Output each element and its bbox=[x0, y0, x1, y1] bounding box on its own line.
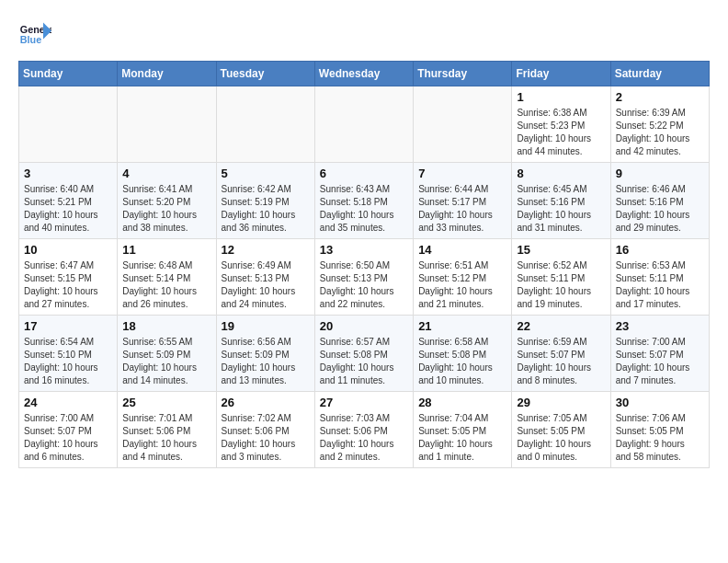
day-number: 19 bbox=[222, 319, 310, 333]
day-cell bbox=[216, 86, 314, 163]
day-number: 22 bbox=[517, 319, 605, 333]
day-cell: 30Sunrise: 7:06 AM Sunset: 5:05 PM Dayli… bbox=[610, 392, 709, 468]
day-number: 8 bbox=[517, 167, 605, 180]
column-header-monday: Monday bbox=[118, 62, 216, 86]
day-info: Sunrise: 7:00 AM Sunset: 5:07 PM Dayligh… bbox=[616, 336, 704, 387]
day-info: Sunrise: 6:52 AM Sunset: 5:11 PM Dayligh… bbox=[517, 259, 605, 311]
day-cell: 16Sunrise: 6:53 AM Sunset: 5:11 PM Dayli… bbox=[610, 239, 709, 316]
day-info: Sunrise: 6:53 AM Sunset: 5:11 PM Dayligh… bbox=[616, 259, 704, 311]
day-cell bbox=[314, 86, 413, 163]
day-cell: 20Sunrise: 6:57 AM Sunset: 5:08 PM Dayli… bbox=[314, 316, 413, 392]
day-cell: 18Sunrise: 6:55 AM Sunset: 5:09 PM Dayli… bbox=[118, 316, 216, 392]
column-header-saturday: Saturday bbox=[610, 62, 709, 86]
day-number: 18 bbox=[122, 319, 210, 333]
day-info: Sunrise: 6:56 AM Sunset: 5:09 PM Dayligh… bbox=[222, 336, 310, 387]
day-number: 5 bbox=[222, 167, 310, 180]
day-cell: 28Sunrise: 7:04 AM Sunset: 5:05 PM Dayli… bbox=[414, 392, 512, 468]
day-cell: 7Sunrise: 6:44 AM Sunset: 5:17 PM Daylig… bbox=[414, 163, 512, 239]
column-header-friday: Friday bbox=[512, 62, 610, 86]
day-info: Sunrise: 7:04 AM Sunset: 5:05 PM Dayligh… bbox=[418, 412, 506, 464]
day-number: 6 bbox=[320, 167, 408, 180]
day-cell: 1Sunrise: 6:38 AM Sunset: 5:23 PM Daylig… bbox=[512, 86, 610, 163]
day-info: Sunrise: 6:42 AM Sunset: 5:19 PM Dayligh… bbox=[222, 183, 310, 235]
day-cell: 21Sunrise: 6:58 AM Sunset: 5:08 PM Dayli… bbox=[414, 316, 512, 392]
day-number: 2 bbox=[616, 90, 704, 104]
day-number: 27 bbox=[320, 396, 408, 409]
day-cell: 4Sunrise: 6:41 AM Sunset: 5:20 PM Daylig… bbox=[118, 163, 216, 239]
day-cell: 26Sunrise: 7:02 AM Sunset: 5:06 PM Dayli… bbox=[216, 392, 314, 468]
day-info: Sunrise: 6:49 AM Sunset: 5:13 PM Dayligh… bbox=[222, 259, 310, 311]
logo: General Blue bbox=[18, 18, 55, 52]
day-info: Sunrise: 6:51 AM Sunset: 5:12 PM Dayligh… bbox=[418, 259, 506, 311]
week-row-4: 17Sunrise: 6:54 AM Sunset: 5:10 PM Dayli… bbox=[19, 316, 710, 392]
column-header-sunday: Sunday bbox=[19, 62, 118, 86]
day-cell: 14Sunrise: 6:51 AM Sunset: 5:12 PM Dayli… bbox=[414, 239, 512, 316]
day-number: 14 bbox=[418, 243, 506, 257]
day-number: 23 bbox=[616, 319, 704, 333]
day-number: 24 bbox=[24, 396, 112, 409]
week-row-3: 10Sunrise: 6:47 AM Sunset: 5:15 PM Dayli… bbox=[19, 239, 710, 316]
day-number: 25 bbox=[122, 396, 210, 409]
day-info: Sunrise: 6:38 AM Sunset: 5:23 PM Dayligh… bbox=[517, 107, 605, 158]
day-number: 15 bbox=[517, 243, 605, 257]
day-number: 16 bbox=[616, 243, 704, 257]
day-cell: 24Sunrise: 7:00 AM Sunset: 5:07 PM Dayli… bbox=[19, 392, 118, 468]
day-cell: 15Sunrise: 6:52 AM Sunset: 5:11 PM Dayli… bbox=[512, 239, 610, 316]
logo-icon: General Blue bbox=[18, 18, 51, 52]
day-cell bbox=[19, 86, 118, 163]
day-cell: 6Sunrise: 6:43 AM Sunset: 5:18 PM Daylig… bbox=[314, 163, 413, 239]
calendar: SundayMondayTuesdayWednesdayThursdayFrid… bbox=[18, 61, 710, 468]
day-cell: 3Sunrise: 6:40 AM Sunset: 5:21 PM Daylig… bbox=[19, 163, 118, 239]
day-cell: 19Sunrise: 6:56 AM Sunset: 5:09 PM Dayli… bbox=[216, 316, 314, 392]
day-info: Sunrise: 6:55 AM Sunset: 5:09 PM Dayligh… bbox=[122, 336, 210, 387]
day-cell: 10Sunrise: 6:47 AM Sunset: 5:15 PM Dayli… bbox=[19, 239, 118, 316]
day-cell bbox=[118, 86, 216, 163]
column-header-wednesday: Wednesday bbox=[314, 62, 413, 86]
calendar-header-row: SundayMondayTuesdayWednesdayThursdayFrid… bbox=[19, 62, 710, 86]
day-number: 1 bbox=[517, 90, 605, 104]
day-info: Sunrise: 7:06 AM Sunset: 5:05 PM Dayligh… bbox=[616, 412, 704, 464]
day-number: 26 bbox=[222, 396, 310, 409]
day-cell: 2Sunrise: 6:39 AM Sunset: 5:22 PM Daylig… bbox=[610, 86, 709, 163]
week-row-2: 3Sunrise: 6:40 AM Sunset: 5:21 PM Daylig… bbox=[19, 163, 710, 239]
day-info: Sunrise: 6:48 AM Sunset: 5:14 PM Dayligh… bbox=[122, 259, 210, 311]
day-info: Sunrise: 6:41 AM Sunset: 5:20 PM Dayligh… bbox=[122, 183, 210, 235]
day-number: 7 bbox=[418, 167, 506, 180]
day-cell: 5Sunrise: 6:42 AM Sunset: 5:19 PM Daylig… bbox=[216, 163, 314, 239]
day-info: Sunrise: 6:46 AM Sunset: 5:16 PM Dayligh… bbox=[616, 183, 704, 235]
day-info: Sunrise: 7:01 AM Sunset: 5:06 PM Dayligh… bbox=[122, 412, 210, 464]
day-number: 3 bbox=[24, 167, 112, 180]
day-number: 4 bbox=[122, 167, 210, 180]
day-info: Sunrise: 6:47 AM Sunset: 5:15 PM Dayligh… bbox=[24, 259, 112, 311]
day-number: 9 bbox=[616, 167, 704, 180]
day-info: Sunrise: 6:40 AM Sunset: 5:21 PM Dayligh… bbox=[24, 183, 112, 235]
day-info: Sunrise: 6:54 AM Sunset: 5:10 PM Dayligh… bbox=[24, 336, 112, 387]
day-number: 11 bbox=[122, 243, 210, 257]
day-number: 17 bbox=[24, 319, 112, 333]
day-cell: 27Sunrise: 7:03 AM Sunset: 5:06 PM Dayli… bbox=[314, 392, 413, 468]
day-number: 29 bbox=[517, 396, 605, 409]
day-info: Sunrise: 6:44 AM Sunset: 5:17 PM Dayligh… bbox=[418, 183, 506, 235]
day-cell: 22Sunrise: 6:59 AM Sunset: 5:07 PM Dayli… bbox=[512, 316, 610, 392]
day-cell: 29Sunrise: 7:05 AM Sunset: 5:05 PM Dayli… bbox=[512, 392, 610, 468]
day-info: Sunrise: 6:43 AM Sunset: 5:18 PM Dayligh… bbox=[320, 183, 408, 235]
day-number: 21 bbox=[418, 319, 506, 333]
day-info: Sunrise: 6:39 AM Sunset: 5:22 PM Dayligh… bbox=[616, 107, 704, 158]
day-info: Sunrise: 6:45 AM Sunset: 5:16 PM Dayligh… bbox=[517, 183, 605, 235]
day-info: Sunrise: 6:58 AM Sunset: 5:08 PM Dayligh… bbox=[418, 336, 506, 387]
day-number: 12 bbox=[222, 243, 310, 257]
day-number: 20 bbox=[320, 319, 408, 333]
day-number: 10 bbox=[24, 243, 112, 257]
day-info: Sunrise: 6:50 AM Sunset: 5:13 PM Dayligh… bbox=[320, 259, 408, 311]
day-info: Sunrise: 7:00 AM Sunset: 5:07 PM Dayligh… bbox=[24, 412, 112, 464]
day-number: 28 bbox=[418, 396, 506, 409]
day-info: Sunrise: 7:03 AM Sunset: 5:06 PM Dayligh… bbox=[320, 412, 408, 464]
day-info: Sunrise: 7:02 AM Sunset: 5:06 PM Dayligh… bbox=[222, 412, 310, 464]
page-header: General Blue bbox=[18, 18, 710, 52]
day-cell: 13Sunrise: 6:50 AM Sunset: 5:13 PM Dayli… bbox=[314, 239, 413, 316]
column-header-tuesday: Tuesday bbox=[216, 62, 314, 86]
day-cell: 17Sunrise: 6:54 AM Sunset: 5:10 PM Dayli… bbox=[19, 316, 118, 392]
day-cell: 25Sunrise: 7:01 AM Sunset: 5:06 PM Dayli… bbox=[118, 392, 216, 468]
week-row-1: 1Sunrise: 6:38 AM Sunset: 5:23 PM Daylig… bbox=[19, 86, 710, 163]
day-cell: 23Sunrise: 7:00 AM Sunset: 5:07 PM Dayli… bbox=[610, 316, 709, 392]
